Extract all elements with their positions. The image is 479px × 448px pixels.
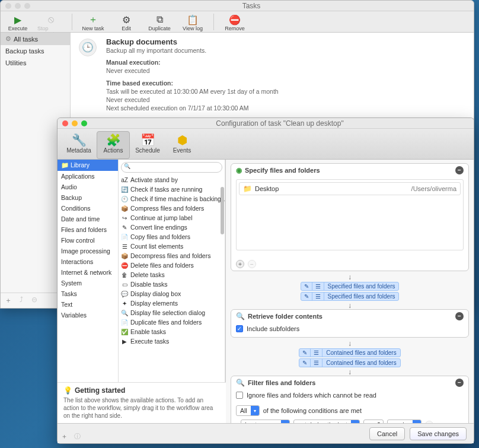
connector-pill[interactable]: ✎ ☰ Contained files and folders	[299, 358, 400, 367]
view-log-button[interactable]: 📋 View log	[179, 14, 206, 31]
action-item[interactable]: 🕙Check if time machine is backing up dat	[119, 194, 225, 204]
category-variables[interactable]: Variables	[58, 310, 118, 320]
new-task-button[interactable]: ＋ New task	[79, 14, 107, 31]
search-input[interactable]	[121, 162, 222, 173]
config-title: Configuration of task "Clean up desktop"	[91, 119, 469, 128]
category-backup[interactable]: Backup	[58, 192, 118, 203]
collapse-button[interactable]: −	[455, 312, 464, 320]
action-item[interactable]: 📄Duplicate files and folders	[119, 317, 225, 327]
value-input[interactable]	[363, 420, 384, 423]
unit-select[interactable]: weeks▾	[387, 420, 421, 423]
remove-condition-button[interactable]: −	[425, 421, 433, 423]
category-interactions[interactable]: Interactions	[58, 256, 118, 267]
action-item[interactable]: 💬Display dialog box	[119, 289, 225, 298]
zoom-icon[interactable]	[24, 3, 30, 9]
action-item[interactable]: 🔍Display file selection dialog	[119, 308, 225, 317]
add-action-button[interactable]: ＋	[60, 432, 68, 441]
collapse-button[interactable]: −	[455, 379, 464, 387]
remove-category-button[interactable]: ⊖	[30, 296, 39, 306]
minimize-icon[interactable]	[72, 120, 78, 126]
task-title: Backup documents	[106, 37, 468, 46]
field-select[interactable]: Last access▾	[241, 420, 290, 423]
action-icon: 🗑	[121, 272, 128, 278]
category-system[interactable]: System	[58, 278, 118, 288]
minimize-icon[interactable]	[15, 3, 21, 9]
connector-pill[interactable]: ✎ ☰ Contained files and folders	[299, 348, 400, 357]
add-button[interactable]: ＋	[4, 296, 12, 306]
task-backup-documents[interactable]: 🕒 Backup documents Backup all my importa…	[71, 33, 474, 119]
sidebar-item-all-tasks[interactable]: ⚙ All tasks	[1, 33, 70, 45]
add-file-button[interactable]: ＋	[236, 260, 244, 268]
play-icon: ▶	[12, 14, 24, 26]
connector-pill[interactable]: ✎ ☰ Specified files and folders	[301, 292, 400, 301]
connector-pill[interactable]: ✎ ☰ Specified files and folders	[301, 282, 400, 291]
include-subfolders-checkbox[interactable]: ✓ Include subfolders	[236, 325, 464, 332]
action-item[interactable]: ↪Continue at jump label	[119, 213, 225, 223]
action-item[interactable]: ⛔Delete files and folders	[119, 260, 225, 270]
tab-schedule[interactable]: 📅 Schedule	[131, 131, 164, 159]
cancel-button[interactable]: Cancel	[369, 427, 405, 440]
duplicate-button[interactable]: ⧉ Duplicate	[146, 14, 173, 31]
category-flow-control[interactable]: Flow control	[58, 235, 118, 246]
sidebar-item-backup-tasks[interactable]: Backup tasks	[1, 45, 70, 57]
action-list[interactable]: aZActivate stand by🔄Check if tasks are r…	[119, 175, 225, 382]
tab-events[interactable]: ⬢ Events	[165, 131, 199, 159]
window-title: Tasks	[34, 2, 469, 10]
action-icon: 🕙	[121, 196, 128, 202]
separator	[72, 14, 72, 30]
collapse-button[interactable]: −	[455, 166, 464, 174]
workflow-area[interactable]: ◉ Specify files and folders − 📁 Desktop …	[226, 160, 474, 423]
action-item[interactable]: ▭Disable tasks	[119, 279, 225, 289]
execute-button[interactable]: ▶ Execute	[4, 14, 31, 31]
zoom-icon[interactable]	[81, 120, 87, 126]
actions-column: aZActivate stand by🔄Check if tasks are r…	[119, 160, 225, 382]
action-item[interactable]: 🗑Delete tasks	[119, 270, 225, 279]
clipboard-icon: 📋	[187, 14, 199, 26]
close-icon[interactable]	[5, 3, 11, 9]
category-library[interactable]: Library	[58, 160, 118, 171]
category-conditions[interactable]: Conditions	[58, 203, 118, 214]
wrench-icon: 🔧	[72, 133, 87, 147]
gear-icon: ⚙	[120, 14, 132, 26]
tab-actions[interactable]: 🧩 Actions	[97, 131, 130, 159]
close-icon[interactable]	[62, 120, 68, 126]
sidebar-item-utilities[interactable]: Utilities	[1, 57, 70, 69]
action-item[interactable]: 📦Decompress files and folders	[119, 251, 225, 260]
action-item[interactable]: ▶Execute tasks	[119, 336, 225, 346]
list-icon: ☰	[311, 359, 322, 367]
list-icon: ☰	[311, 349, 322, 357]
action-item[interactable]: aZActivate stand by	[119, 175, 225, 185]
category-files-and-folders[interactable]: Files and folders	[58, 224, 118, 235]
info-button[interactable]: ⓘ	[73, 432, 81, 441]
share-button[interactable]: ⤴	[17, 296, 25, 306]
action-item[interactable]: ✅Enable tasks	[119, 327, 225, 336]
category-text[interactable]: Text	[58, 299, 118, 310]
edit-button[interactable]: ⚙ Edit	[113, 14, 140, 31]
action-item[interactable]: 🔄Check if tasks are running	[119, 185, 225, 194]
save-button[interactable]: Save changes	[410, 427, 467, 440]
category-audio[interactable]: Audio	[58, 182, 118, 192]
titlebar: Tasks	[1, 1, 474, 11]
operator-select[interactable]: not during the last▾	[293, 420, 359, 423]
action-item[interactable]: 📦Compress files and folders	[119, 204, 225, 213]
action-item[interactable]: ✎Convert line endings	[119, 223, 225, 232]
action-icon: ✅	[121, 329, 128, 335]
action-icon: ☰	[121, 243, 128, 250]
ignore-unreadable-checkbox[interactable]: Ignore files and folders which cannot be…	[236, 392, 464, 399]
hexagon-icon: ⬢	[177, 133, 187, 147]
category-applications[interactable]: Applications	[58, 171, 118, 182]
scrollbar[interactable]	[221, 187, 224, 234]
category-internet-network[interactable]: Internet & network	[58, 267, 118, 278]
action-item[interactable]: ✦Display elements	[119, 298, 225, 308]
action-item[interactable]: ☰Count list elements	[119, 242, 225, 251]
action-item[interactable]: 📄Copy files and folders	[119, 232, 225, 242]
category-image-processing[interactable]: Image processing	[58, 246, 118, 256]
quantifier-select[interactable]: All▾	[236, 405, 260, 416]
category-date-and-time[interactable]: Date and time	[58, 214, 118, 224]
remove-button[interactable]: ⛔ Remove	[221, 14, 248, 31]
file-row[interactable]: 📁 Desktop /Users/oliverma	[239, 182, 461, 195]
panel-title: Retrieve folder contents	[248, 313, 322, 320]
category-tasks[interactable]: Tasks	[58, 288, 118, 299]
tab-metadata[interactable]: 🔧 Metadata	[62, 131, 95, 159]
pencil-icon: ✎	[299, 359, 311, 367]
